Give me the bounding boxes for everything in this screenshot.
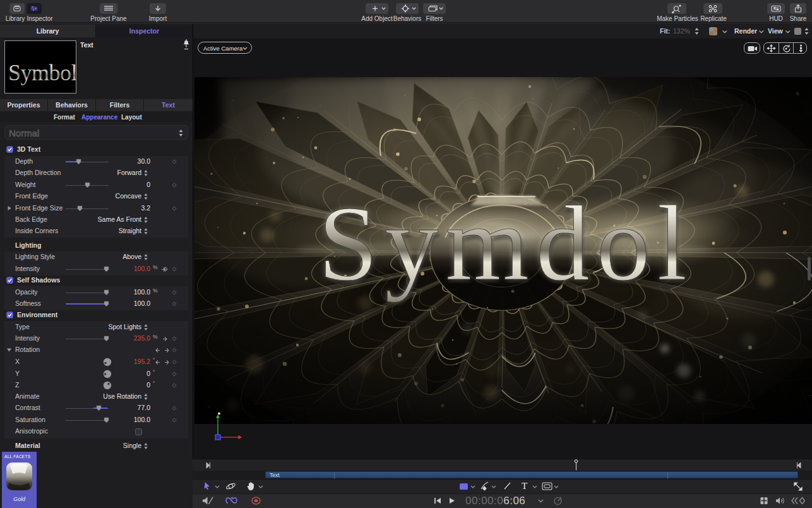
svg-text:Normal: Normal xyxy=(9,128,39,138)
svg-text:Symbol: Symbol xyxy=(8,60,76,85)
